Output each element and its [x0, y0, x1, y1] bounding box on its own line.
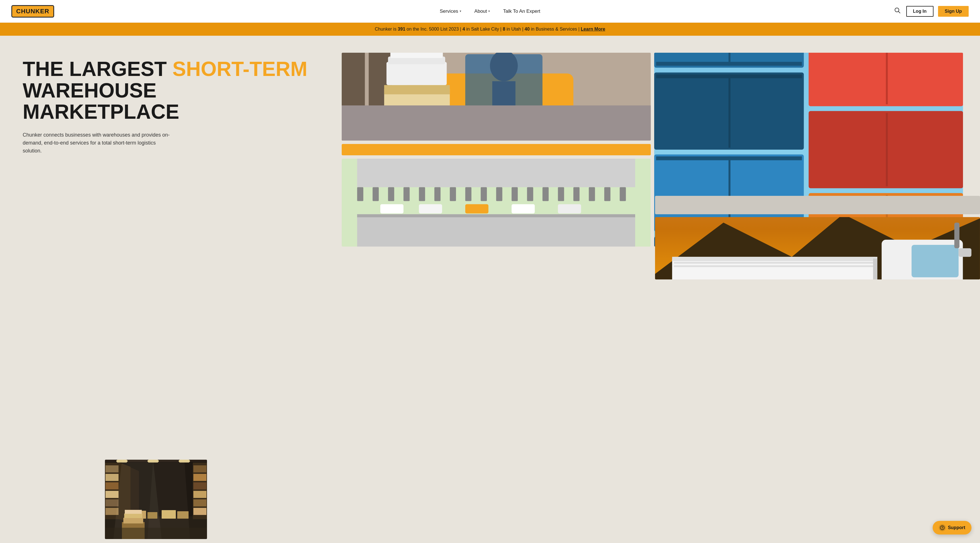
aerial-warehouse-image [342, 159, 651, 246]
svg-rect-83 [419, 204, 442, 213]
hero-subtitle: Chunker connects businesses with warehou… [23, 131, 170, 155]
svg-rect-67 [434, 187, 441, 201]
svg-rect-9 [384, 124, 446, 131]
svg-line-1 [898, 11, 900, 13]
svg-rect-69 [465, 187, 472, 201]
chevron-down-icon: ▾ [460, 10, 461, 13]
support-icon: ? [939, 524, 946, 531]
svg-rect-68 [450, 187, 456, 201]
support-label: Support [948, 525, 965, 530]
hero-section: THE LARGEST SHORT-TERM WAREHOUSE MARKETP… [0, 36, 980, 539]
svg-rect-79 [620, 187, 626, 201]
nav-talk-to-expert[interactable]: Talk To An Expert [498, 6, 545, 16]
svg-rect-4 [342, 53, 365, 141]
rank-4: 40 [525, 27, 530, 32]
nav-about[interactable]: About ▾ [469, 6, 495, 16]
svg-rect-74 [542, 187, 549, 201]
svg-rect-19 [384, 85, 450, 94]
logo-wrap: CHUNKER [11, 5, 54, 17]
nav-services[interactable]: Services ▾ [435, 6, 466, 16]
learn-more-link[interactable]: Learn More [581, 27, 605, 32]
svg-rect-73 [527, 187, 533, 201]
svg-rect-64 [388, 187, 395, 201]
svg-rect-35 [729, 74, 730, 148]
search-button[interactable] [893, 6, 902, 16]
svg-rect-156 [959, 248, 972, 257]
svg-rect-84 [465, 204, 488, 213]
search-icon [894, 7, 900, 14]
rank-3: 8 [503, 27, 505, 32]
svg-rect-17 [492, 81, 515, 120]
svg-rect-136 [672, 257, 877, 261]
svg-rect-60 [357, 159, 635, 187]
hero-title: THE LARGEST SHORT-TERM WAREHOUSE MARKETP… [23, 59, 325, 123]
svg-rect-47 [886, 53, 888, 104]
svg-rect-139 [873, 259, 877, 279]
svg-rect-72 [512, 187, 518, 201]
svg-rect-85 [512, 204, 535, 213]
svg-rect-22 [390, 53, 443, 58]
svg-rect-80 [357, 214, 635, 246]
main-nav: Services ▾ About ▾ Talk To An Expert [435, 6, 546, 16]
logo[interactable]: CHUNKER [11, 5, 54, 17]
svg-rect-138 [674, 265, 876, 267]
header-actions: Log In Sign Up [893, 6, 969, 17]
hero-left-content: THE LARGEST SHORT-TERM WAREHOUSE MARKETP… [23, 53, 336, 539]
svg-rect-77 [589, 187, 595, 201]
svg-rect-155 [955, 223, 959, 248]
truck-image [655, 217, 980, 279]
login-button[interactable]: Log In [906, 6, 934, 17]
svg-rect-86 [558, 204, 581, 213]
forklift-svg [342, 53, 651, 141]
svg-rect-75 [558, 187, 564, 201]
orange-accent-bar [342, 144, 651, 155]
svg-rect-71 [496, 187, 503, 201]
rank-2: 4 [463, 27, 465, 32]
hero-title-highlight: SHORT-TERM [172, 57, 307, 80]
forklift-image [342, 53, 651, 141]
site-header: CHUNKER Services ▾ About ▾ Talk To An Ex… [0, 0, 980, 23]
svg-rect-10 [384, 134, 446, 141]
announcement-banner: Chunker is 391 on the Inc. 5000 List 202… [0, 23, 980, 36]
chevron-down-icon: ▾ [488, 10, 490, 13]
rank-1: 391 [398, 27, 406, 32]
question-icon: ? [940, 526, 945, 530]
svg-rect-81 [357, 214, 635, 218]
svg-rect-78 [604, 187, 611, 201]
svg-rect-82 [380, 204, 404, 213]
svg-rect-70 [481, 187, 487, 201]
gray-rectangle [655, 196, 980, 214]
signup-button[interactable]: Sign Up [938, 6, 969, 17]
hero-image-grid [336, 53, 963, 539]
aerial-svg [342, 159, 651, 246]
svg-rect-49 [886, 113, 888, 186]
svg-rect-66 [419, 187, 425, 201]
svg-rect-76 [573, 187, 580, 201]
svg-text:?: ? [942, 526, 943, 529]
svg-rect-63 [372, 187, 379, 201]
support-bubble[interactable]: ? Support [933, 521, 972, 535]
svg-rect-142 [912, 245, 959, 278]
svg-rect-65 [404, 187, 410, 201]
svg-rect-20 [387, 62, 447, 85]
svg-rect-62 [357, 187, 364, 201]
svg-rect-32 [729, 53, 730, 66]
truck-svg [655, 217, 980, 279]
svg-rect-137 [674, 262, 876, 264]
